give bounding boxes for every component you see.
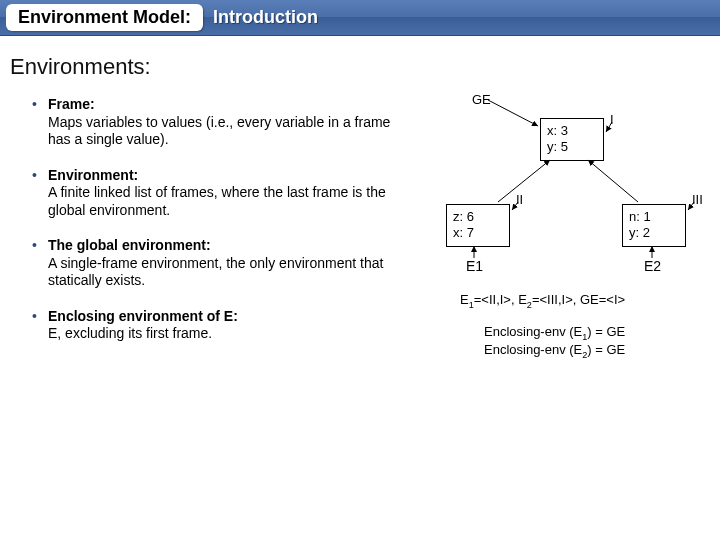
left-column: Environments: Frame: Maps variables to v… [10,54,410,361]
env-E1: E1 [466,258,483,274]
bullet-desc: A finite linked list of frames, where th… [48,184,400,219]
bullet-desc: Maps variables to values (i.e., every va… [48,114,400,149]
ge-label: GE [472,92,491,107]
title-main: Environment Model: [6,4,203,31]
frame-label-II: II [516,192,523,207]
caption-enclosing-2: Enclosing-env (E2) = GE [484,342,625,360]
bullet-title: Enclosing environment of E: [48,308,238,324]
frame-line: y: 2 [629,225,679,241]
bullet-environment: Environment: A finite linked list of fra… [32,167,400,220]
frame-label-III: III [692,192,703,207]
frame-line: x: 3 [547,123,597,139]
env-E2: E2 [644,258,661,274]
frame-label-I: I [610,112,614,127]
frame-line: n: 1 [629,209,679,225]
bullet-desc: A single-frame environment, the only env… [48,255,400,290]
bullet-title: The global environment: [48,237,211,253]
frame-I: x: 3 y: 5 [540,118,604,161]
svg-line-2 [498,160,550,202]
svg-line-0 [488,100,538,126]
bullet-desc: E, excluding its first frame. [48,325,400,343]
frame-line: z: 6 [453,209,503,225]
bullet-title: Frame: [48,96,95,112]
section-heading: Environments: [10,54,400,80]
caption-enclosing-1: Enclosing-env (E1) = GE [484,324,625,342]
title-bar: Environment Model: Introduction [0,0,720,36]
content: Environments: Frame: Maps variables to v… [0,36,720,361]
bullet-frame: Frame: Maps variables to values (i.e., e… [32,96,400,149]
frame-II: z: 6 x: 7 [446,204,510,247]
caption-envs: E1=<II,I>, E2=<III,I>, GE=<I> [460,292,625,310]
svg-line-3 [588,160,638,202]
diagram: GE x: 3 y: 5 I z: 6 x: 7 II n: 1 y: 2 II… [410,92,710,361]
bullet-enclosing-env: Enclosing environment of E: E, excluding… [32,308,400,343]
bullet-global-env: The global environment: A single-frame e… [32,237,400,290]
frame-III: n: 1 y: 2 [622,204,686,247]
frame-line: x: 7 [453,225,503,241]
title-sub: Introduction [213,7,318,28]
bullet-list: Frame: Maps variables to values (i.e., e… [10,96,400,343]
bullet-title: Environment: [48,167,138,183]
frame-line: y: 5 [547,139,597,155]
